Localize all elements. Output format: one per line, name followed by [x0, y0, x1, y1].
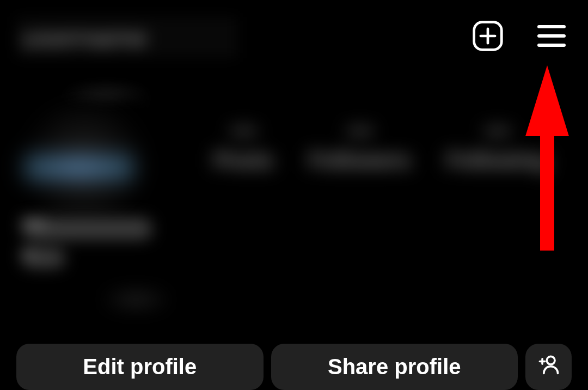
- discover-people-button[interactable]: [525, 344, 572, 390]
- stat-posts-label: Posts: [214, 148, 273, 173]
- profile-info: — Posts — Followers — Following Name bio: [16, 82, 566, 327]
- username-text: username: [22, 21, 147, 53]
- profile-stats: — Posts — Followers — Following: [196, 114, 566, 173]
- profile-actions: Edit profile Share profile: [16, 344, 572, 390]
- add-person-icon: [537, 352, 561, 381]
- stat-following-label: Following: [446, 148, 548, 173]
- stat-posts-count: —: [231, 114, 256, 144]
- stat-following-count: —: [485, 114, 510, 144]
- edit-profile-label: Edit profile: [83, 355, 197, 379]
- stat-posts[interactable]: — Posts: [214, 114, 273, 173]
- stat-followers[interactable]: — Followers: [309, 114, 411, 173]
- edit-profile-button[interactable]: Edit profile: [16, 344, 264, 390]
- hamburger-icon: [537, 43, 566, 52]
- profile-avatar[interactable]: [19, 98, 150, 229]
- blurred-extra: [103, 289, 169, 310]
- share-profile-label: Share profile: [328, 355, 461, 379]
- stat-followers-count: —: [347, 114, 372, 144]
- profile-header: username: [0, 15, 588, 59]
- profile-bio: Name bio: [22, 218, 158, 267]
- stat-following[interactable]: — Following: [446, 114, 548, 173]
- share-profile-button[interactable]: Share profile: [271, 344, 518, 390]
- plus-squircle-icon: [471, 45, 504, 54]
- create-button[interactable]: [471, 20, 504, 54]
- header-actions: [471, 15, 566, 59]
- stat-followers-label: Followers: [309, 148, 411, 173]
- bio-line: bio: [22, 248, 65, 268]
- bio-name: Name: [22, 218, 152, 240]
- menu-button[interactable]: [537, 21, 566, 53]
- username-dropdown[interactable]: username: [16, 17, 237, 58]
- svg-point-6: [547, 356, 555, 364]
